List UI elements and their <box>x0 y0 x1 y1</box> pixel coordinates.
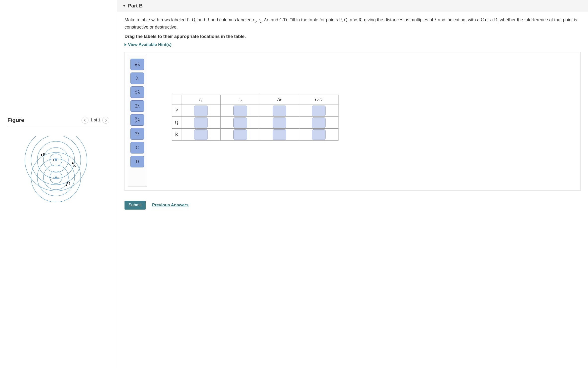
drag-label-5half_lambda[interactable]: 52λ <box>130 114 144 126</box>
question-panel: Part B Make a table with rows labeled P,… <box>117 0 588 368</box>
answer-table-wrapper: r1r2ΔrC/DPQR <box>172 95 338 141</box>
view-hints-button[interactable]: View Available Hint(s) <box>125 42 581 47</box>
drop-cell-Q-r2[interactable] <box>221 117 260 129</box>
drop-cell-Q-r1[interactable] <box>181 117 221 129</box>
drop-cell-R-r1[interactable] <box>181 129 221 141</box>
figure-nav: 1 of 1 <box>82 117 109 124</box>
previous-answers-link[interactable]: Previous Answers <box>152 203 189 208</box>
part-b-header[interactable]: Part B <box>117 0 588 12</box>
figure-title: Figure <box>7 117 24 123</box>
svg-text:Q: Q <box>67 181 70 185</box>
drop-target[interactable] <box>194 106 208 116</box>
drop-target[interactable] <box>233 129 247 140</box>
figure-counter: 1 of 1 <box>90 118 100 122</box>
table-row: P <box>172 105 338 117</box>
col-header-dr: Δr <box>260 95 299 105</box>
row-label-R: R <box>172 129 181 141</box>
drop-cell-R-dr[interactable] <box>260 129 299 141</box>
svg-text:R: R <box>73 163 76 167</box>
drop-cell-P-r1[interactable] <box>181 105 221 117</box>
drag-label-C[interactable]: C <box>130 142 144 153</box>
table-row: Q <box>172 117 338 129</box>
drop-target[interactable] <box>194 117 208 128</box>
drop-target[interactable] <box>233 117 247 128</box>
drop-cell-P-r2[interactable] <box>221 105 260 117</box>
svg-text:2: 2 <box>50 177 52 181</box>
drop-target[interactable] <box>194 129 208 140</box>
svg-point-4 <box>25 136 87 191</box>
drop-cell-P-cd[interactable] <box>299 105 338 117</box>
drag-label-lambda[interactable]: λ <box>130 73 144 84</box>
table-row: R <box>172 129 338 141</box>
submit-button[interactable]: Submit <box>125 201 146 210</box>
svg-point-13 <box>41 154 42 156</box>
part-b-title: Part B <box>128 3 143 9</box>
drop-target[interactable] <box>233 106 247 116</box>
figure-panel: Figure 1 of 1 <box>0 0 117 368</box>
chevron-left-icon <box>84 119 86 122</box>
caret-right-icon <box>125 43 126 46</box>
figure-prev-button[interactable] <box>82 117 88 124</box>
svg-text:P: P <box>43 152 45 156</box>
caret-down-icon <box>123 5 126 7</box>
drag-label-half_lambda[interactable]: 12λ <box>130 59 144 70</box>
drop-cell-R-r2[interactable] <box>221 129 260 141</box>
drag-drop-area: 12λλ32λ2λ52λ3λCD r1r2ΔrC/DPQR <box>125 52 581 191</box>
col-header-r1: r1 <box>181 95 221 105</box>
drag-label-3lambda[interactable]: 3λ <box>130 128 144 140</box>
drop-cell-Q-cd[interactable] <box>299 117 338 129</box>
col-header-cd: C/D <box>299 95 338 105</box>
table-corner <box>172 95 181 105</box>
footer-buttons: Submit Previous Answers <box>117 196 588 215</box>
drop-target[interactable] <box>273 106 286 116</box>
drop-target[interactable] <box>312 106 326 116</box>
drop-target[interactable] <box>312 129 326 140</box>
hints-label: View Available Hint(s) <box>128 42 171 47</box>
figure-image: 1 2 P R Q <box>7 136 109 206</box>
drop-target[interactable] <box>312 117 326 128</box>
drop-cell-R-cd[interactable] <box>299 129 338 141</box>
col-header-r2: r2 <box>221 95 260 105</box>
drop-target[interactable] <box>273 129 286 140</box>
row-label-P: P <box>172 105 181 117</box>
interference-diagram-icon: 1 2 P R Q <box>24 136 93 206</box>
drag-instruction: Drag the labels to their appropriate loc… <box>125 34 581 39</box>
chevron-right-icon <box>105 119 107 122</box>
row-label-Q: Q <box>172 117 181 129</box>
drag-label-3half_lambda[interactable]: 32λ <box>130 86 144 98</box>
instruction-text: Make a table with rows labeled P, Q, and… <box>125 17 581 31</box>
drop-cell-P-dr[interactable] <box>260 105 299 117</box>
drag-label-D[interactable]: D <box>130 156 144 167</box>
question-content: Make a table with rows labeled P, Q, and… <box>117 12 588 196</box>
label-bank: 12λλ32λ2λ52λ3λCD <box>128 55 147 186</box>
drag-label-2lambda[interactable]: 2λ <box>130 100 144 112</box>
answer-table: r1r2ΔrC/DPQR <box>172 95 338 141</box>
drop-cell-Q-dr[interactable] <box>260 117 299 129</box>
drop-target[interactable] <box>273 117 286 128</box>
figure-next-button[interactable] <box>102 117 109 124</box>
figure-header: Figure 1 of 1 <box>7 114 109 126</box>
